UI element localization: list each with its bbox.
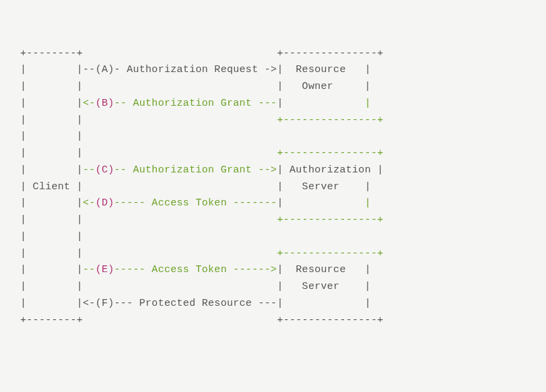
step-f-msg: Protected Resource [139,298,252,309]
step-a-msg: Authorization Request [127,64,258,75]
resource-owner-box-bottom: +---------------+ [277,115,383,126]
step-e-msg: Access Token [151,264,227,275]
resource-server-box-bottom: +---------------+ [277,315,383,326]
step-b-label: (B) [96,98,114,109]
auth-server-line2: Server [283,181,365,193]
resource-owner-box-top: +---------------+ [277,48,383,59]
resource-owner-line2: Owner [283,81,365,92]
step-d-msg: Access Token [151,197,227,209]
auth-server-line1: Authorization [289,164,371,176]
client-box-top: +--------+ [20,48,83,59]
auth-server-box-bottom: +---------------+ [277,214,383,226]
step-d-label: (D) [96,197,114,209]
client-box-bottom: +--------+ [20,315,83,326]
step-c-label: (C) [96,164,114,176]
resource-server-line2: Server [283,281,365,292]
resource-server-line1: Resource [283,264,365,275]
step-a-label: (A) [96,64,114,75]
step-c-msg: Authorization Grant [133,164,252,176]
step-f-label: (F) [96,298,114,309]
client-label: Client [33,181,71,193]
resource-server-box-top: +---------------+ [277,248,383,259]
auth-server-box-top: +---------------+ [277,148,383,159]
step-e-label: (E) [96,264,114,275]
ascii-diagram: +--------+ +---------------+ | |--(A)- A… [20,48,384,326]
step-b-msg: Authorization Grant [133,98,252,109]
resource-owner-line1: Resource [283,64,365,75]
